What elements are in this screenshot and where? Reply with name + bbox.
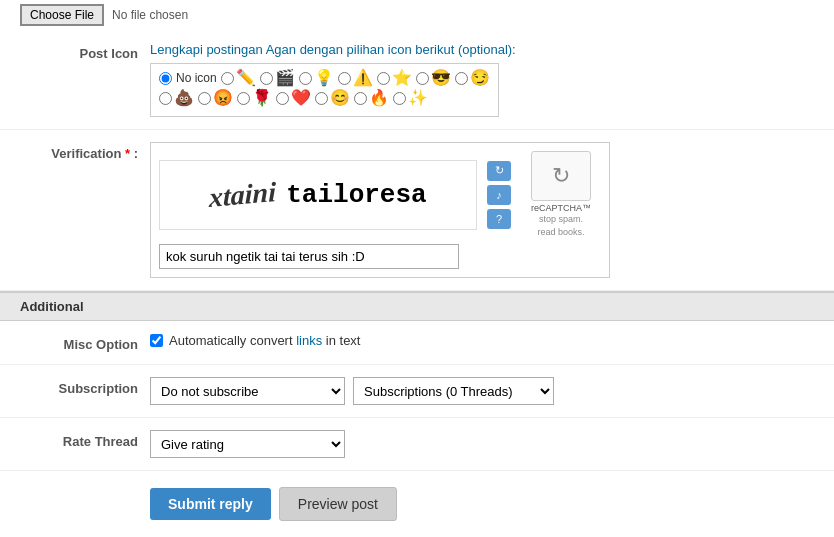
icon-radio-poop[interactable] <box>159 92 172 105</box>
post-icon-row: Post Icon Lengkapi postingan Agan dengan… <box>0 30 834 130</box>
preview-post-button[interactable]: Preview post <box>279 487 397 521</box>
icon-option-smirk[interactable]: 😏 <box>455 70 490 86</box>
subscription-dropdown1[interactable]: Do not subscribe Subscribe Instant notif… <box>150 377 345 405</box>
captcha-controls: ↻ ♪ ? <box>487 161 511 229</box>
post-icon-description: Lengkapi postingan Agan dengan pilihan i… <box>150 42 814 57</box>
icon-option-film[interactable]: 🎬 <box>260 70 295 86</box>
post-icon-optional: (optional): <box>458 42 516 57</box>
submit-row: Submit reply Preview post <box>0 471 834 537</box>
icon-option-smile[interactable]: 😊 <box>315 90 350 106</box>
additional-section-header: Additional <box>0 291 834 321</box>
captcha-text-1: xtaini <box>209 176 276 214</box>
icon-option-pen[interactable]: ✏️ <box>221 70 256 86</box>
misc-option-row: Misc Option Automatically convert links … <box>0 321 834 365</box>
icon-option-star[interactable]: ⭐ <box>377 70 412 86</box>
icon-radio-rose[interactable] <box>237 92 250 105</box>
film-icon: 🎬 <box>275 70 295 86</box>
icon-option-warning[interactable]: ⚠️ <box>338 70 373 86</box>
icon-option-angry[interactable]: 😡 <box>198 90 233 106</box>
rate-thread-content: Give rating 1 Star 2 Stars 3 Stars 4 Sta… <box>150 430 814 458</box>
misc-option-label: Misc Option <box>20 333 150 352</box>
icon-option-fire[interactable]: 🔥 <box>354 90 389 106</box>
captcha-text-2: tailoresa <box>286 180 426 210</box>
verification-label: Verification * : <box>20 142 150 161</box>
convert-links-checkbox[interactable] <box>150 334 163 347</box>
icon-row-1: No icon ✏️ 🎬 💡 <box>159 70 490 86</box>
icon-radio-cool[interactable] <box>416 72 429 85</box>
icon-radio-heart[interactable] <box>276 92 289 105</box>
icon-option-sparkle[interactable]: ✨ <box>393 90 428 106</box>
no-icon-label: No icon <box>176 71 217 85</box>
recaptcha-logo: ↻ <box>531 151 591 201</box>
convert-links-label: Automatically convert links in text <box>169 333 360 348</box>
icon-radio-pen[interactable] <box>221 72 234 85</box>
icon-option-bulb[interactable]: 💡 <box>299 70 334 86</box>
subscription-label: Subscription <box>20 377 150 396</box>
icon-radio-smirk[interactable] <box>455 72 468 85</box>
fire-icon: 🔥 <box>369 90 389 106</box>
icon-option-poop[interactable]: 💩 <box>159 90 194 106</box>
icon-option-rose[interactable]: 🌹 <box>237 90 272 106</box>
icon-radio-smile[interactable] <box>315 92 328 105</box>
pen-icon: ✏️ <box>236 70 256 86</box>
subscription-content: Do not subscribe Subscribe Instant notif… <box>150 377 814 405</box>
sparkle-icon: ✨ <box>408 90 428 106</box>
choose-file-button[interactable]: Choose File <box>20 4 104 26</box>
captcha-audio-button[interactable]: ♪ <box>487 185 511 205</box>
verification-row: Verification * : xtaini tailoresa ↻ ♪ ? <box>0 130 834 291</box>
heart-icon: ❤️ <box>291 90 311 106</box>
subscription-dropdown2[interactable]: Subscriptions (0 Threads) <box>353 377 554 405</box>
smile-icon: 😊 <box>330 90 350 106</box>
icon-option-heart[interactable]: ❤️ <box>276 90 311 106</box>
icon-option-none[interactable]: No icon <box>159 71 217 85</box>
icon-grid: No icon ✏️ 🎬 💡 <box>150 63 499 117</box>
cool-icon: 😎 <box>431 70 451 86</box>
icon-option-cool[interactable]: 😎 <box>416 70 451 86</box>
no-file-label: No file chosen <box>112 8 188 22</box>
icon-radio-warning[interactable] <box>338 72 351 85</box>
captcha-input[interactable] <box>159 244 459 269</box>
subscription-dropdown1-wrapper: Do not subscribe Subscribe Instant notif… <box>150 377 345 405</box>
icon-radio-none[interactable] <box>159 72 172 85</box>
subscription-row: Subscription Do not subscribe Subscribe … <box>0 365 834 418</box>
icon-radio-sparkle[interactable] <box>393 92 406 105</box>
icon-radio-angry[interactable] <box>198 92 211 105</box>
rate-thread-dropdown-wrapper: Give rating 1 Star 2 Stars 3 Stars 4 Sta… <box>150 430 345 458</box>
icon-radio-bulb[interactable] <box>299 72 312 85</box>
captcha-refresh-button[interactable]: ↻ <box>487 161 511 181</box>
warning-icon: ⚠️ <box>353 70 373 86</box>
captcha-top: xtaini tailoresa ↻ ♪ ? ↻ reCAPTCHA™ <box>159 151 601 238</box>
recaptcha-arrow-icon: ↻ <box>552 163 570 189</box>
star-icon: ⭐ <box>392 70 412 86</box>
verification-content: xtaini tailoresa ↻ ♪ ? ↻ reCAPTCHA™ <box>150 142 814 278</box>
post-icon-desc-text: Lengkapi postingan Agan dengan pilihan i… <box>150 42 454 57</box>
icon-radio-film[interactable] <box>260 72 273 85</box>
captcha-box: xtaini tailoresa ↻ ♪ ? ↻ reCAPTCHA™ <box>150 142 610 278</box>
submit-reply-button[interactable]: Submit reply <box>150 488 271 520</box>
smirk-icon: 😏 <box>470 70 490 86</box>
recaptcha-area: ↻ reCAPTCHA™ stop spam. read books. <box>521 151 601 238</box>
misc-option-content: Automatically convert links in text <box>150 333 814 348</box>
captcha-image-area: xtaini tailoresa <box>159 160 477 230</box>
icon-radio-star[interactable] <box>377 72 390 85</box>
rate-thread-label: Rate Thread <box>20 430 150 449</box>
post-icon-label: Post Icon <box>20 42 150 61</box>
convert-links-link-text: links <box>296 333 322 348</box>
icon-row-2: 💩 😡 🌹 ❤️ <box>159 90 490 106</box>
spam-text: stop spam. read books. <box>537 213 584 238</box>
rate-thread-dropdown[interactable]: Give rating 1 Star 2 Stars 3 Stars 4 Sta… <box>150 430 345 458</box>
bulb-icon: 💡 <box>314 70 334 86</box>
rate-thread-row: Rate Thread Give rating 1 Star 2 Stars 3… <box>0 418 834 471</box>
poop-icon: 💩 <box>174 90 194 106</box>
post-icon-content: Lengkapi postingan Agan dengan pilihan i… <box>150 42 814 117</box>
captcha-help-button[interactable]: ? <box>487 209 511 229</box>
rose-icon: 🌹 <box>252 90 272 106</box>
icon-radio-fire[interactable] <box>354 92 367 105</box>
recaptcha-label: reCAPTCHA™ <box>531 203 591 213</box>
angry-icon: 😡 <box>213 90 233 106</box>
subscription-dropdown2-wrapper: Subscriptions (0 Threads) <box>353 377 554 405</box>
